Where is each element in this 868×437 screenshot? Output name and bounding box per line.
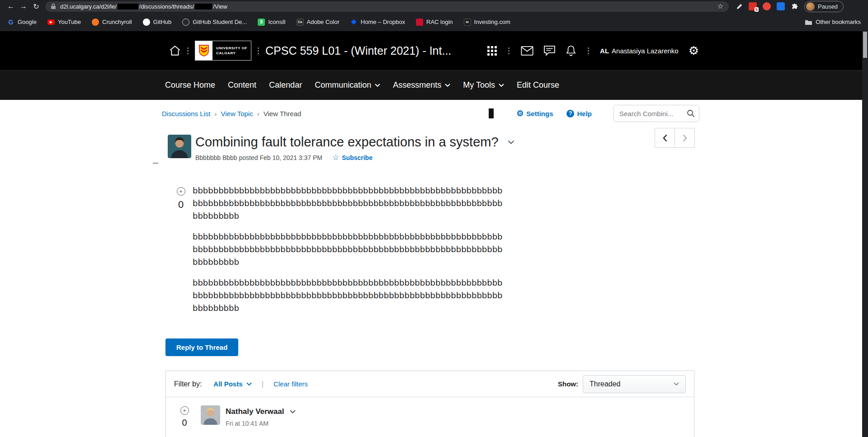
bookmark-google[interactable]: G Google (7, 19, 37, 26)
back-button[interactable]: ← (5, 1, 17, 12)
bookmark-icons8[interactable]: 8 Icons8 (258, 19, 285, 26)
mail-icon[interactable] (521, 46, 533, 56)
refresh-button[interactable]: ↻ (30, 1, 42, 12)
d2l-header: UNIVERSITY OF CALGARY CPSC 559 L01 - (Wi… (0, 31, 868, 70)
nav-course-home[interactable]: Course Home (165, 80, 215, 90)
course-navbar: Course Home Content Calendar Communicati… (0, 70, 868, 100)
bookmark-youtube[interactable]: ▶ YouTube (47, 19, 81, 25)
ucalgary-logo[interactable]: UNIVERSITY OF CALGARY (195, 41, 251, 61)
header-overflow-icon[interactable] (187, 47, 189, 54)
thread-post-body: bbbbbbbbbbbbbbbbbbbbbbbbbbbbbbbbbbbbbbbb… (193, 184, 503, 323)
home-icon[interactable] (169, 45, 181, 56)
extension-icon-blue[interactable] (777, 2, 785, 10)
thread-title: Combining fault tolerance expectations i… (195, 135, 499, 150)
bookmarks-bar: G Google ▶ YouTube Crunchyroll GitHub Gi… (0, 13, 868, 31)
upvote-plus-icon[interactable]: + (177, 187, 185, 196)
scrollbar-thumb[interactable] (863, 32, 867, 58)
apps-overflow-icon[interactable] (508, 47, 509, 54)
nav-content[interactable]: Content (228, 80, 256, 90)
reply-vote-count: 0 (182, 418, 187, 428)
bookmark-adobe-color[interactable]: Co Adobe Color (297, 19, 340, 26)
course-title[interactable]: CPSC 559 L01 - (Winter 2021) - Int... (265, 44, 451, 57)
breadcrumb-separator: › (215, 110, 217, 117)
chat-icon[interactable] (543, 45, 556, 56)
bookmark-rac-login[interactable]: RAC login (416, 19, 453, 26)
folder-icon (805, 19, 812, 25)
settings-gear-icon: ⚙ (516, 109, 524, 117)
next-thread-button[interactable] (675, 128, 695, 148)
thread-pager (655, 128, 695, 148)
bookmark-dropbox[interactable]: ❖ Home – Dropbox (350, 19, 405, 26)
bookmark-github[interactable]: GitHub (143, 19, 171, 26)
notifications-bell-icon[interactable] (566, 45, 576, 56)
nav-communication[interactable]: Communication (315, 80, 380, 90)
alerts-overflow-icon[interactable] (588, 47, 589, 54)
edit-extension-icon[interactable] (736, 3, 743, 10)
waffle-menu-icon[interactable] (487, 46, 497, 56)
nav-my-tools[interactable]: My Tools (463, 80, 504, 90)
post-paragraph: bbbbbbbbbbbbbbbbbbbbbbbbbbbbbbbbbbbbbbbb… (193, 277, 503, 315)
subscribe-button[interactable]: ☆ Subscribe (332, 153, 373, 162)
breadcrumb-discussions-list[interactable]: Discussions List (162, 110, 211, 117)
nav-edit-course[interactable]: Edit Course (517, 80, 559, 90)
github-favicon (143, 19, 150, 26)
page-scrollbar[interactable] (862, 31, 868, 437)
clear-filters-button[interactable]: Clear filters (274, 380, 308, 388)
subscribe-star-icon: ☆ (332, 153, 339, 162)
breadcrumb-view-topic[interactable]: View Topic (221, 110, 253, 117)
user-name[interactable]: Anastasiya Lazarenko (612, 47, 679, 55)
github-student-favicon (182, 19, 189, 26)
url-redaction (118, 4, 138, 9)
url-redaction (195, 4, 212, 9)
thread-actions-chevron-icon[interactable] (508, 140, 514, 144)
chevron-right-icon (683, 134, 687, 142)
reply-author-avatar (201, 405, 220, 425)
chevron-down-icon (445, 84, 450, 87)
extensions-puzzle-icon[interactable] (791, 3, 798, 10)
crunchyroll-favicon (92, 19, 99, 26)
chevron-left-icon (663, 134, 667, 142)
replies-panel: Filter by: All Posts | Clear filters Sho… (165, 371, 694, 437)
address-bar[interactable]: d2l.ucalgary.ca/d2l/le//discussions/thre… (45, 1, 729, 12)
show-label: Show: (558, 380, 578, 388)
reply-timestamp: Fri at 10:41 AM (226, 420, 296, 427)
youtube-favicon: ▶ (47, 19, 55, 25)
reply-actions-chevron-icon[interactable] (290, 410, 296, 414)
show-select[interactable]: Threaded (583, 375, 686, 393)
bookmark-investing[interactable]: in Investing.com (464, 19, 510, 26)
reply-to-thread-button[interactable]: Reply to Thread (165, 338, 238, 356)
account-settings-gear-icon[interactable]: ⚙ (689, 45, 699, 56)
filter-divider: | (262, 380, 264, 389)
upvote-plus-icon[interactable]: + (180, 406, 189, 415)
logo-text: CALGARY (216, 51, 247, 56)
course-overflow-icon[interactable] (258, 47, 259, 54)
breadcrumb: Discussions List › View Topic › View Thr… (162, 110, 301, 117)
settings-button[interactable]: ⚙ Settings (516, 109, 553, 117)
chevron-down-icon (674, 382, 679, 385)
thread-vote-control: + 0 (169, 184, 193, 323)
nav-calendar[interactable]: Calendar (269, 80, 302, 90)
breadcrumb-view-thread: View Thread (264, 110, 302, 117)
other-bookmarks-button[interactable]: Other bookmarks (805, 19, 861, 25)
thread-vote-count: 0 (178, 199, 184, 211)
ucalgary-shield-icon (195, 41, 212, 60)
bookmark-crunchyroll[interactable]: Crunchyroll (92, 19, 132, 26)
bookmark-github-student[interactable]: GitHub Student De... (182, 19, 247, 26)
post-paragraph: bbbbbbbbbbbbbbbbbbbbbbbbbbbbbbbbbbbbbbbb… (193, 184, 503, 222)
search-box (613, 105, 699, 122)
thread-author-avatar (168, 135, 191, 158)
reply-author-name[interactable]: Nathaly Verwaal (226, 407, 284, 416)
post-paragraph: bbbbbbbbbbbbbbbbbbbbbbbbbbbbbbbbbbbbbbbb… (193, 230, 503, 268)
user-initials-badge: AL (600, 47, 609, 55)
logo-text: UNIVERSITY OF (216, 46, 247, 51)
previous-thread-button[interactable] (655, 128, 675, 148)
extension-icon-red-circle[interactable] (763, 2, 771, 10)
forward-button[interactable]: → (17, 1, 30, 12)
bookmark-star-icon[interactable]: ☆ (717, 2, 723, 10)
profile-paused-button[interactable]: Paused (804, 1, 844, 12)
extension-icon-red-badge[interactable]: 5 (749, 2, 757, 10)
help-button[interactable]: ? Help (566, 110, 592, 117)
all-posts-dropdown[interactable]: All Posts (213, 380, 251, 388)
nav-assessments[interactable]: Assessments (393, 80, 450, 90)
search-icon[interactable] (687, 109, 695, 117)
